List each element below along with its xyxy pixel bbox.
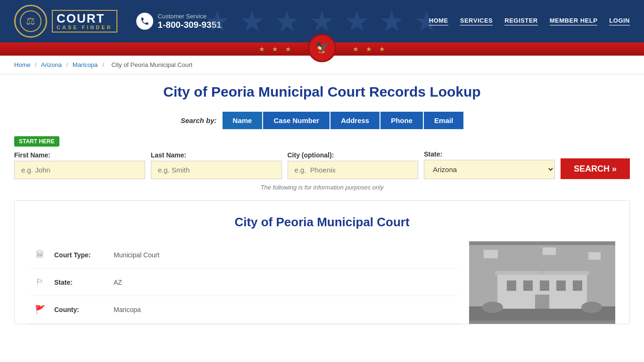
state-detail-label: State: [54,279,106,286]
svg-rect-15 [484,250,498,258]
tab-phone[interactable]: Phone [380,112,424,129]
search-form-row: First Name: Last Name: City (optional): … [14,150,630,179]
first-name-group: First Name: [14,151,145,179]
eagle-emblem: 🦅 [308,34,336,62]
breadcrumb-sep-2: / [66,61,68,68]
svg-rect-8 [507,280,516,291]
detail-row-state: 🏳 State: AZ [29,269,460,296]
customer-service-label: Customer Service [158,13,222,20]
svg-rect-19 [588,252,601,260]
city-group: City (optional): [288,151,419,179]
svg-rect-17 [543,247,556,255]
court-type-value: Municipal Court [114,251,159,259]
court-type-label: Court Type: [54,251,106,259]
last-name-group: Last Name: [151,151,282,179]
logo-court-label: COURT [57,12,113,25]
first-name-input[interactable] [14,161,145,179]
main-content: City of Peoria Municipal Court Records L… [0,74,644,334]
svg-rect-11 [556,280,566,291]
city-input[interactable] [288,161,419,179]
nav-login[interactable]: LOGIN [609,17,630,25]
court-card-title: City of Peoria Municipal Court [29,215,615,230]
svg-rect-13 [535,295,549,309]
customer-service-block: Customer Service 1-800-309-9351 [136,13,222,30]
county-label: County: [54,306,106,313]
main-nav: HOME SERVICES REGISTER MEMBER HELP LOGIN [429,17,630,25]
county-icon: 🚩 [33,304,47,315]
info-note: The following is for information purpose… [14,184,630,191]
state-group: State: Arizona Alabama Alaska California… [424,150,555,179]
svg-text:🦅: 🦅 [315,41,330,54]
breadcrumb-sep-1: / [35,61,37,68]
tab-email[interactable]: Email [424,112,463,129]
nav-register[interactable]: REGISTER [504,17,537,25]
last-name-input[interactable] [151,161,282,179]
breadcrumb-sep-3: / [102,61,104,68]
last-name-label: Last Name: [151,151,282,159]
logo-circle: ⚖ [14,5,47,38]
search-form-container: START HERE First Name: Last Name: City (… [14,136,630,179]
logo-sub-label: CASE FINDER [57,25,113,30]
svg-rect-10 [540,280,549,291]
tab-name[interactable]: Name [223,112,264,129]
breadcrumb-home[interactable]: Home [14,61,31,68]
wave-banner: 🦅 ★★★ ★★★ [0,42,644,56]
nav-member-help[interactable]: MEMBER HELP [550,17,598,25]
svg-rect-12 [573,280,582,291]
nav-services[interactable]: SERVICES [460,17,493,25]
state-detail-value: AZ [114,279,122,286]
phone-icon [136,13,153,30]
breadcrumb-maricopa[interactable]: Maricopa [73,61,98,68]
svg-text:⚖: ⚖ [26,15,35,27]
state-label: State: [424,150,555,158]
tab-case-number[interactable]: Case Number [263,112,330,129]
first-name-label: First Name: [14,151,145,159]
nav-home[interactable]: HOME [429,17,448,25]
svg-point-21 [581,302,602,313]
logo-text: COURT CASE FINDER [52,10,117,33]
breadcrumb-arizona[interactable]: Arizona [41,61,62,68]
logo-area: ⚖ COURT CASE FINDER Customer Service 1-8… [14,5,222,38]
state-select[interactable]: Arizona Alabama Alaska California Colora… [424,160,555,179]
county-value: Maricopa [114,306,141,313]
customer-service-phone: 1-800-309-9351 [158,20,222,30]
svg-rect-9 [523,280,533,291]
search-button[interactable]: SEARCH » [561,158,630,179]
court-type-icon: 🏛 [33,250,47,260]
city-label: City (optional): [288,151,419,159]
search-by-label: Search by: [181,116,217,124]
breadcrumb-current: City of Peoria Municipal Court [111,61,192,68]
court-card: City of Peoria Municipal Court 🏛 Court T… [14,200,630,324]
search-by-row: Search by: Name Case Number Address Phon… [14,112,630,129]
court-details: 🏛 Court Type: Municipal Court 🏳 State: A… [29,241,460,324]
svg-point-20 [482,302,503,313]
tab-address[interactable]: Address [330,112,380,129]
detail-row-county: 🚩 County: Maricopa [29,296,460,324]
state-icon: 🏳 [33,277,47,287]
start-here-badge: START HERE [14,136,59,147]
page-title: City of Peoria Municipal Court Records L… [14,84,630,100]
court-card-content: 🏛 Court Type: Municipal Court 🏳 State: A… [29,241,615,324]
court-building-image [469,241,615,324]
detail-row-court-type: 🏛 Court Type: Municipal Court [29,241,460,269]
